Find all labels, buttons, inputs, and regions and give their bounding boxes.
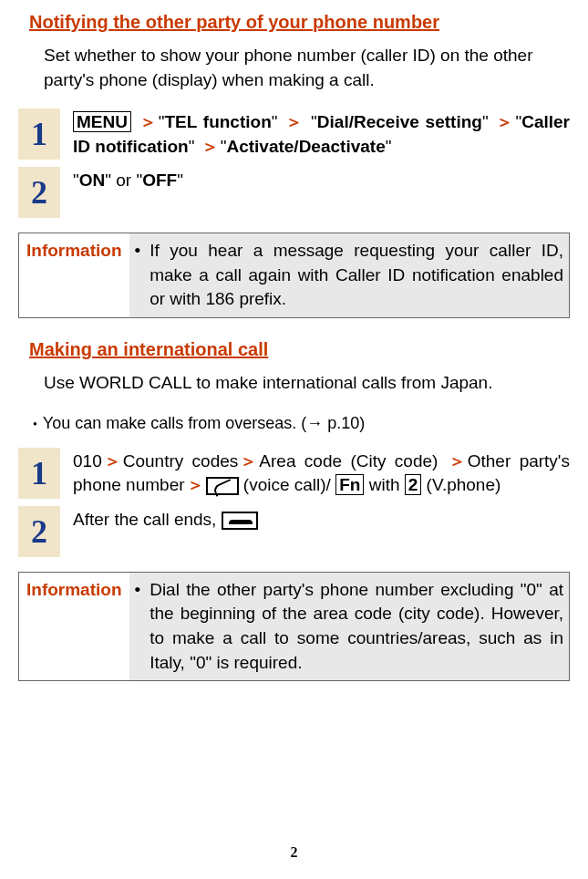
menu-key: MENU <box>73 111 131 132</box>
section1-step1: 1 MENU ＞"TEL function" ＞ "Dial/Receive s… <box>18 109 570 160</box>
voice-call-text: (voice call)/ <box>239 475 336 494</box>
section2-step1: 1 010＞Country codes＞Area code (City code… <box>18 448 570 499</box>
section2-intro: Use WORLD CALL to make international cal… <box>44 371 570 396</box>
section1-heading: Notifying the other party of your phone … <box>29 9 570 35</box>
bullet-icon: • <box>129 239 150 312</box>
arrow-icon: ＞ <box>284 112 304 131</box>
arrow-icon: ＞ <box>447 451 468 471</box>
info-label: Information <box>19 573 129 680</box>
bullet-icon: • <box>129 578 150 675</box>
off-label: OFF <box>142 171 177 190</box>
dial-receive-label: Dial/Receive setting <box>317 112 482 131</box>
arrow-icon: ＞ <box>138 112 159 131</box>
key-2: 2 <box>405 474 422 495</box>
step1-content: MENU ＞"TEL function" ＞ "Dial/Receive set… <box>73 109 570 159</box>
page-number: 2 <box>291 843 298 863</box>
on-label: ON <box>79 171 106 190</box>
fn-key: Fn <box>335 474 364 495</box>
step-number: 1 <box>18 448 60 499</box>
arrow-icon: ＞ <box>185 475 206 494</box>
section2-step2: 2 After the call ends, <box>18 506 570 557</box>
step-number: 2 <box>18 167 60 218</box>
step-number: 2 <box>18 506 60 557</box>
call-icon <box>206 477 239 495</box>
section1-info-box: Information • If you hear a message requ… <box>18 233 570 318</box>
info-text: Dial the other party's phone number excl… <box>150 578 563 675</box>
step-number: 1 <box>18 109 60 160</box>
area-code: Area code (City code) <box>259 451 446 471</box>
info-content: • Dial the other party's phone number ex… <box>129 573 570 680</box>
section2-note: You can make calls from overseas. (→ p.1… <box>33 412 570 435</box>
country-codes: Country codes <box>123 451 239 471</box>
end-call-icon <box>222 512 258 530</box>
section2-info-box: Information • Dial the other party's pho… <box>18 572 570 681</box>
arrow-icon: ＞ <box>102 451 123 471</box>
section1-step2: 2 "ON" or "OFF" <box>18 167 570 218</box>
activate-label: Activate/Deactivate <box>226 137 385 156</box>
step2-content: "ON" or "OFF" <box>73 167 570 193</box>
tel-function-label: TEL function <box>165 112 272 131</box>
arrow-icon: ＞ <box>494 112 515 131</box>
section1-intro: Set whether to show your phone number (c… <box>44 44 570 92</box>
info-label: Information <box>19 233 129 317</box>
info-content: • If you hear a message requesting your … <box>129 233 570 317</box>
section2-heading: Making an international call <box>29 336 570 362</box>
or-text: " or " <box>105 171 142 190</box>
after-call-text: After the call ends, <box>73 510 222 529</box>
prefix-010: 010 <box>73 451 102 471</box>
arrow-icon: ＞ <box>238 451 259 471</box>
vphone-text: (V.phone) <box>421 475 500 494</box>
arrow-icon: ＞ <box>200 137 221 156</box>
with-text: with <box>364 475 404 494</box>
info-text: If you hear a message requesting your ca… <box>150 239 563 312</box>
step1-content: 010＞Country codes＞Area code (City code) … <box>73 448 570 498</box>
step2-content: After the call ends, <box>73 506 570 533</box>
